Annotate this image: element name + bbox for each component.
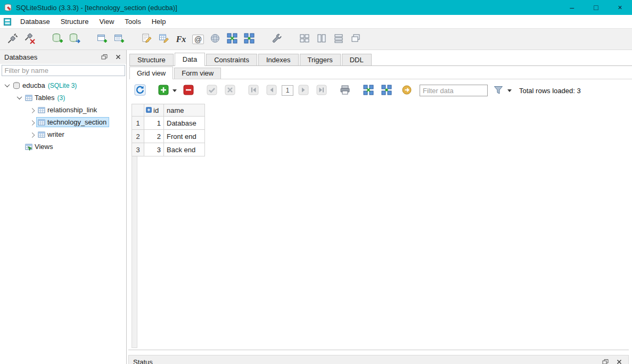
mdi-grid-icon	[299, 32, 310, 46]
menu-structure[interactable]: Structure	[55, 15, 94, 28]
add-database-button[interactable]	[49, 31, 66, 48]
tree-item-writer[interactable]: writer	[0, 128, 126, 140]
insert-row-icon	[158, 85, 169, 97]
tab-grid-view[interactable]: Grid view	[129, 67, 173, 79]
rollback-button[interactable]	[223, 83, 237, 98]
close-button[interactable]: ×	[608, 0, 632, 15]
chevron-right-icon[interactable]	[28, 108, 36, 112]
filter-funnel-button[interactable]	[491, 83, 506, 98]
table-name: relationship_link	[47, 106, 97, 114]
last-row-button[interactable]	[314, 83, 329, 98]
fit-columns-icon	[363, 84, 374, 97]
minimize-button[interactable]: –	[560, 0, 584, 15]
insert-row-dropdown[interactable]	[171, 83, 178, 98]
first-row-button[interactable]	[246, 83, 261, 98]
cell-name[interactable]: Front end	[164, 130, 205, 143]
cell-id[interactable]: 1	[144, 117, 164, 130]
close-panel-icon[interactable]	[113, 52, 123, 62]
export-results-icon	[401, 84, 413, 97]
export-button[interactable]	[241, 31, 258, 48]
cell-id[interactable]: 2	[144, 130, 164, 143]
collations-editor-button[interactable]: @	[190, 31, 207, 48]
refresh-button[interactable]	[133, 83, 147, 98]
database-filter-input[interactable]	[2, 65, 125, 76]
cell-name[interactable]: Back end	[164, 143, 205, 156]
export-icon	[243, 32, 255, 46]
integer-type-icon	[146, 106, 152, 114]
status-panel: Status	[128, 355, 629, 364]
tile-horizontal-button[interactable]	[330, 31, 347, 48]
tab-indexes[interactable]: Indexes	[258, 54, 299, 65]
table-row: 2 2 Front end	[132, 130, 205, 143]
mdi-grid-button[interactable]	[296, 31, 313, 48]
maximize-button[interactable]: □	[584, 0, 608, 15]
float-panel-icon[interactable]	[100, 52, 109, 62]
fit-columns-button[interactable]	[361, 83, 376, 98]
tree-item-relationship-link[interactable]: relationship_link	[0, 104, 126, 116]
import-button[interactable]	[224, 31, 241, 48]
connect-button[interactable]	[4, 31, 21, 48]
export-results-button[interactable]	[399, 83, 414, 98]
remove-database-button[interactable]	[66, 31, 83, 48]
database-tree: educba (SQLite 3) Tables (3)	[0, 76, 126, 153]
previous-row-button[interactable]	[264, 83, 279, 98]
chevron-down-icon[interactable]	[15, 96, 23, 100]
functions-editor-button[interactable]: Fx	[173, 31, 190, 48]
tab-triggers[interactable]: Triggers	[300, 54, 341, 65]
views-icon	[25, 143, 32, 151]
tile-vertical-button[interactable]	[313, 31, 330, 48]
column-header-id[interactable]: id	[144, 104, 164, 117]
close-panel-icon[interactable]	[614, 357, 624, 364]
tab-data[interactable]: Data	[175, 53, 205, 66]
menu-help[interactable]: Help	[146, 15, 171, 28]
edit-sql-button[interactable]	[138, 31, 155, 48]
extensions-button[interactable]	[207, 31, 224, 48]
selected-tree-node[interactable]: technology_section	[36, 117, 109, 127]
configuration-button[interactable]	[268, 31, 285, 48]
open-ddl-history-button[interactable]	[111, 31, 128, 48]
data-grid: id name 1 1 Database 2 2 Front end 3 3 B…	[132, 104, 205, 156]
commit-button[interactable]	[204, 83, 219, 98]
tab-ddl[interactable]: DDL	[342, 54, 372, 65]
filter-type-dropdown[interactable]	[506, 83, 513, 98]
delete-row-button[interactable]	[181, 83, 196, 98]
open-sql-editor-button[interactable]	[94, 31, 111, 48]
table-tabs: Structure Data Constraints Indexes Trigg…	[129, 53, 632, 66]
cascade-windows-button[interactable]	[347, 31, 364, 48]
disconnect-button[interactable]	[21, 31, 38, 48]
tree-item-views[interactable]: Views	[0, 140, 126, 153]
tab-structure[interactable]: Structure	[129, 54, 174, 65]
tab-constraints[interactable]: Constraints	[206, 54, 257, 65]
chevron-down-icon[interactable]	[3, 84, 11, 87]
column-header-name[interactable]: name	[164, 104, 205, 117]
print-button[interactable]	[338, 83, 352, 98]
window-title: SQLiteStudio (3.3.3) - [technology_secti…	[16, 4, 177, 12]
row-number[interactable]: 3	[132, 143, 144, 156]
cell-name[interactable]: Database	[164, 117, 205, 130]
menu-view[interactable]: View	[94, 15, 119, 28]
tree-item-database[interactable]: educba (SQLite 3)	[0, 79, 126, 92]
window-controls: – □ ×	[560, 0, 632, 15]
database-name: educba	[22, 81, 45, 89]
insert-row-button[interactable]	[156, 83, 171, 98]
tile-vertical-icon	[316, 32, 327, 46]
float-panel-icon[interactable]	[601, 357, 610, 364]
tree-item-technology-section[interactable]: technology_section	[0, 116, 126, 128]
tab-form-view[interactable]: Form view	[174, 68, 221, 79]
cell-id[interactable]: 3	[144, 143, 164, 156]
tree-item-tables[interactable]: Tables (3)	[0, 92, 126, 104]
edit-sql-icon	[141, 32, 153, 46]
fit-rows-button[interactable]	[379, 83, 394, 98]
tables-label: Tables	[35, 94, 55, 102]
menu-tools[interactable]: Tools	[119, 15, 146, 28]
chevron-right-icon[interactable]	[28, 133, 36, 136]
chevron-right-icon[interactable]	[28, 120, 36, 124]
next-row-icon	[298, 85, 309, 97]
next-row-button[interactable]	[296, 83, 311, 98]
menu-database[interactable]: Database	[15, 15, 55, 28]
edit-table-button[interactable]	[155, 31, 173, 48]
row-number[interactable]: 2	[132, 130, 144, 143]
row-number[interactable]: 1	[132, 117, 144, 130]
data-filter-input[interactable]	[420, 85, 488, 96]
page-number-input[interactable]	[282, 85, 293, 96]
